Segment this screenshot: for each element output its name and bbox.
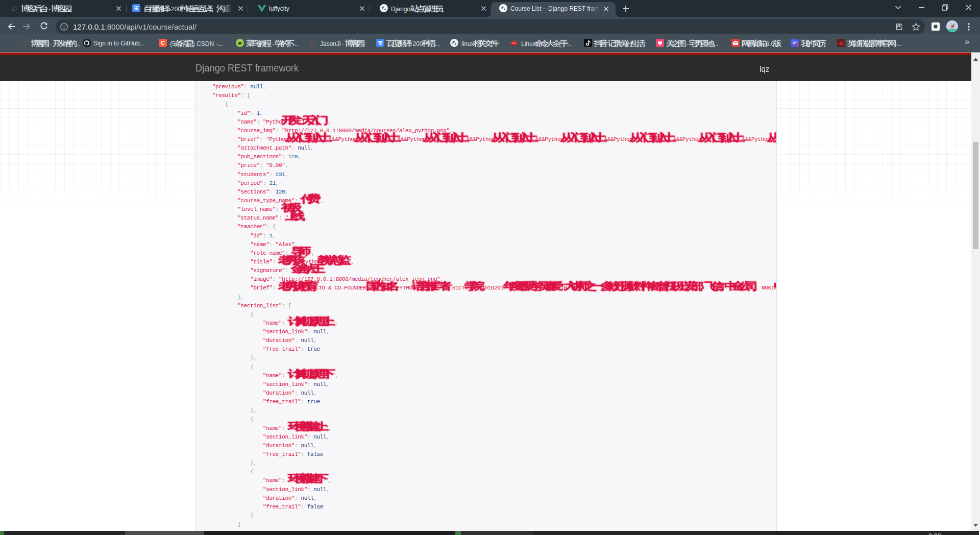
svg-text:C: C xyxy=(161,40,165,46)
